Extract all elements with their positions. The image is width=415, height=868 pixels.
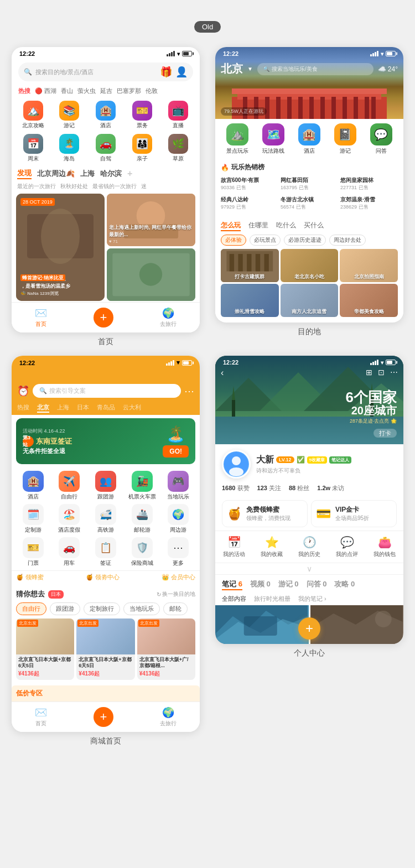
ftag-history[interactable]: 必游历史遗迹 bbox=[284, 235, 326, 246]
prod-card-3[interactable]: 北京出发 北京直飞日本大阪+广/京都/箱根... ¥4136起 bbox=[137, 618, 195, 680]
user-avatar[interactable] bbox=[222, 450, 251, 479]
photo-box-2[interactable]: 老北京名小吃 bbox=[281, 249, 339, 282]
ctab-guide[interactable]: 攻略 0 bbox=[334, 579, 355, 590]
promo-vip[interactable]: 👑 会员中心 bbox=[162, 573, 195, 581]
mall-cat-local[interactable]: 🎮 当地玩乐 bbox=[161, 471, 195, 501]
rank-4[interactable]: 经典八达岭 97929 已售 bbox=[221, 195, 278, 212]
menu-wallet[interactable]: 👛 我的钱包 bbox=[374, 536, 396, 558]
tab-home-btn[interactable]: ✉️ 首页 bbox=[35, 307, 47, 328]
add-btn-home[interactable]: + bbox=[94, 308, 113, 328]
dest-cat-qa[interactable]: 💬 问答 bbox=[370, 123, 392, 155]
qr-icon[interactable]: ⊡ bbox=[378, 368, 385, 377]
mall-cat-nearby[interactable]: 🌍 周边游 bbox=[161, 504, 195, 534]
type-cruise[interactable]: 邮轮 bbox=[163, 602, 188, 615]
card-small-2[interactable] bbox=[107, 248, 195, 301]
menu-activity[interactable]: 📅 我的活动 bbox=[223, 536, 245, 558]
cat-family[interactable]: 👨‍👩‍👧 亲子 bbox=[125, 134, 159, 163]
grid-icon[interactable]: ⊞ bbox=[366, 368, 372, 377]
more-icon-profile[interactable]: ⋯ bbox=[390, 368, 398, 377]
checkin-btn[interactable]: 打卡 bbox=[374, 428, 397, 438]
citytab-qingdao[interactable]: 青岛品 bbox=[97, 403, 115, 413]
profile-card-honey[interactable]: 🍯 免费领蜂蜜 领蜂蜜，消费找现 bbox=[222, 500, 308, 527]
how-tab-stay[interactable]: 住哪里 bbox=[248, 221, 268, 231]
cat-ticket[interactable]: 🎫 票务 bbox=[125, 101, 159, 129]
dest-cat-hotel[interactable]: 🏨 酒店 bbox=[298, 123, 320, 155]
follow-fans[interactable]: 88 粉丝 bbox=[289, 484, 309, 492]
tag-barcelona[interactable]: 巴塞罗那 bbox=[117, 87, 141, 95]
how-tab-eat[interactable]: 吃什么 bbox=[276, 221, 296, 231]
banner-go-btn[interactable]: GO! bbox=[163, 445, 189, 458]
cat-grassland[interactable]: 🌿 草原 bbox=[161, 134, 195, 163]
expand-icon[interactable]: ∨ bbox=[215, 563, 403, 574]
mall-cat-more[interactable]: ⋯ 更多 bbox=[161, 537, 195, 567]
mall-cat-car[interactable]: 🚗 用车 bbox=[53, 537, 87, 567]
subtab-2[interactable]: 秋秋好处处 bbox=[60, 183, 88, 190]
mall-cat-ticket[interactable]: 🎫 门票 bbox=[16, 537, 50, 567]
mall-cat-hsr[interactable]: 🚅 高铁游 bbox=[89, 504, 123, 534]
promo-coupon[interactable]: 🍯 领劵中心 bbox=[86, 573, 120, 581]
ctab-qa[interactable]: 问答 0 bbox=[307, 579, 327, 590]
subtab-3[interactable]: 最省钱的一次旅行 bbox=[92, 183, 137, 190]
mall-cat-resort[interactable]: 🏖️ 酒店度假 bbox=[53, 504, 87, 534]
tab-discover[interactable]: 发现 bbox=[17, 168, 32, 179]
rank-3[interactable]: 悠闲皇家园林 227731 已售 bbox=[340, 175, 398, 193]
tab-travel-btn[interactable]: 🌍 去旅行 bbox=[160, 307, 177, 328]
mall-search-bar[interactable]: 🔍 搜索引导文案 bbox=[33, 384, 181, 398]
rank-5[interactable]: 冬游古北水镇 56574 已售 bbox=[281, 195, 338, 212]
type-free[interactable]: 自由行 bbox=[16, 602, 46, 615]
mall-cat-custom[interactable]: 🗓️ 定制游 bbox=[16, 504, 50, 534]
home-search-container[interactable]: 🔍 搜索目的地/景点/酒店 🎁 👤 bbox=[18, 63, 193, 81]
subtab-album[interactable]: 旅行时光相册 bbox=[254, 595, 290, 603]
rank-1[interactable]: 故宫600年·有票 90336 已售 bbox=[221, 175, 278, 193]
tag-xihu[interactable]: 🔴 西湖 bbox=[35, 87, 56, 95]
ctab-video[interactable]: 视频 0 bbox=[250, 579, 271, 590]
dest-cat-diary[interactable]: 📓 游记 bbox=[334, 123, 356, 155]
citytab-hot[interactable]: 热搜 bbox=[17, 403, 29, 413]
how-tab-play[interactable]: 怎么玩 bbox=[221, 221, 241, 231]
banner-promo[interactable]: 活动时间 4.16-4.22 第3站 东南亚签证 无条件拒签全退 🏝️ GO! bbox=[16, 418, 195, 464]
mall-cat-train[interactable]: 🚂 机票火车票 bbox=[125, 471, 159, 501]
menu-collect[interactable]: ⭐ 我的收藏 bbox=[261, 536, 283, 558]
promo-honey[interactable]: 🍯 领蜂蜜 bbox=[16, 573, 44, 581]
mall-cat-insurance[interactable]: 🛡️ 保险商城 bbox=[125, 537, 159, 567]
mall-cat-cruise[interactable]: 🚢 邮轮游 bbox=[125, 504, 159, 534]
citytab-shanghai[interactable]: 上海 bbox=[57, 403, 69, 413]
card-small-1[interactable]: 老上海遇上新时尚, 网红早午餐带给你最新的... ♥ 71 bbox=[107, 194, 195, 246]
ftag-nearby[interactable]: 周边好去处 bbox=[329, 235, 366, 246]
photo-box-5[interactable]: 南方人北京追雪 bbox=[281, 284, 339, 317]
mall-cat-free[interactable]: ✈️ 自由行 bbox=[53, 471, 87, 501]
mall-cat-hotel[interactable]: 🏨 酒店 bbox=[16, 471, 50, 501]
type-custom[interactable]: 定制旅行 bbox=[84, 602, 120, 615]
follow-visits[interactable]: 1.2w 未访 bbox=[317, 484, 344, 492]
menu-review[interactable]: 💬 我的点评 bbox=[336, 536, 358, 558]
photo-box-3[interactable]: 北京拍照指南 bbox=[340, 249, 398, 282]
type-group[interactable]: 跟团游 bbox=[50, 602, 80, 615]
tag-yanji[interactable]: 延吉 bbox=[100, 87, 112, 95]
tab-mall-home[interactable]: ✉️ 首页 bbox=[35, 706, 47, 727]
how-tab-buy[interactable]: 买什么 bbox=[304, 221, 324, 231]
cat-weekend[interactable]: 📅 周末 bbox=[16, 134, 50, 163]
tag-london[interactable]: 伦敦 bbox=[146, 87, 158, 95]
cat-beijing[interactable]: 🏔️ 北京攻略 bbox=[16, 101, 50, 129]
more-tabs-icon[interactable]: + bbox=[127, 169, 132, 179]
photo-box-1[interactable]: 打卡古建筑群 bbox=[221, 249, 279, 282]
ftag-experience[interactable]: 必体验 bbox=[221, 235, 246, 246]
preview-2[interactable] bbox=[310, 605, 404, 644]
prod-card-1[interactable]: 北京出发 北京直飞日本大阪+京都6天5日 ¥4136起 bbox=[16, 618, 74, 680]
subtab-mynotes[interactable]: 我的笔记 › bbox=[298, 595, 326, 603]
tag-firefly[interactable]: 萤火虫 bbox=[77, 87, 96, 95]
refresh-btn[interactable]: ↻ 换一换目的地 bbox=[157, 590, 195, 598]
gift-icon[interactable]: 🎁 bbox=[160, 66, 172, 78]
cat-live[interactable]: 📺 直播 bbox=[161, 101, 195, 129]
rank-2[interactable]: 网红暮田陌 163795 已售 bbox=[281, 175, 338, 193]
tab-mall-travel[interactable]: 🌍 去旅行 bbox=[160, 706, 177, 727]
mall-cat-visa[interactable]: 📋 签证 bbox=[89, 537, 123, 567]
ctab-notes[interactable]: 笔记 6 bbox=[222, 579, 242, 590]
card-big-1[interactable]: 景色 28 OCT 2019 蜂首游记·纳米比亚 ，是看雪泡汤的温柔乡 🐝 Na… bbox=[16, 194, 105, 301]
dest-cat-attraction[interactable]: ⛰️ 景点玩乐 bbox=[226, 123, 248, 155]
prod-card-2[interactable]: 北京出发 北京直飞日本大阪+京都6天5日 ¥4136起 bbox=[76, 618, 134, 680]
menu-history[interactable]: 🕐 我的历史 bbox=[298, 536, 320, 558]
ftag-attractions[interactable]: 必玩景点 bbox=[250, 235, 281, 246]
mall-cat-group[interactable]: 👥 跟团游 bbox=[89, 471, 123, 501]
cat-hotel[interactable]: 🏨 酒店 bbox=[89, 101, 123, 129]
